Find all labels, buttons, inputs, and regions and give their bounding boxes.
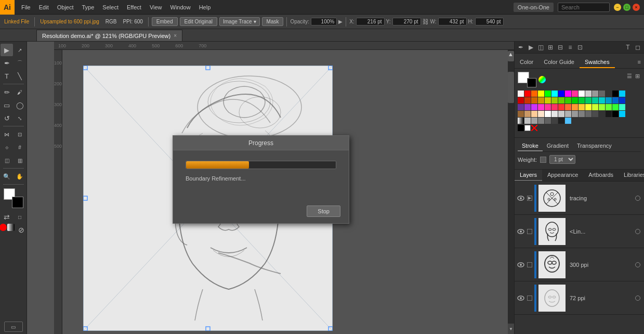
- close-button[interactable]: ×: [633, 4, 640, 11]
- swatch[interactable]: [619, 91, 625, 97]
- menu-select[interactable]: Select: [99, 2, 122, 12]
- zoom-tool[interactable]: 🔍: [1, 170, 13, 183]
- none-swatch[interactable]: [531, 125, 537, 131]
- menu-effect[interactable]: Effect: [123, 2, 145, 12]
- layer-target-2[interactable]: [635, 262, 640, 267]
- direct-selection-tool[interactable]: ↗: [14, 44, 26, 56]
- swatch[interactable]: [612, 104, 619, 110]
- mask-button[interactable]: Mask: [262, 17, 284, 26]
- swatch[interactable]: [599, 91, 605, 97]
- swatch[interactable]: [579, 111, 585, 117]
- scale-tool[interactable]: ⤡: [14, 112, 26, 124]
- swatch[interactable]: [531, 111, 537, 117]
- stop-button[interactable]: Stop: [307, 205, 340, 217]
- color-wheel[interactable]: [538, 76, 546, 83]
- x-input[interactable]: [356, 18, 385, 25]
- swatch[interactable]: [565, 111, 571, 117]
- link-icon[interactable]: ⛓: [423, 18, 429, 25]
- swatch[interactable]: [606, 97, 612, 104]
- layer-item-300ppi[interactable]: 300 ppi: [515, 248, 644, 281]
- blend-icon[interactable]: ⊞: [546, 43, 555, 52]
- layer-expand-1[interactable]: [527, 229, 532, 234]
- rotate-tool[interactable]: ↺: [1, 112, 13, 124]
- w-input[interactable]: [438, 18, 467, 25]
- color-panel-menu[interactable]: ≡: [635, 57, 644, 68]
- gradient-icon[interactable]: ◫: [536, 43, 545, 52]
- swatch[interactable]: [606, 91, 612, 97]
- grid-view-icon[interactable]: ⊞: [634, 72, 641, 87]
- pencil-tool[interactable]: ✏: [1, 86, 13, 98]
- menu-window[interactable]: Window: [167, 2, 194, 12]
- layer-item-72ppi[interactable]: 72 ppi: [515, 281, 644, 315]
- swatch[interactable]: [565, 104, 571, 110]
- eyedropper-tool[interactable]: ⟐: [1, 141, 13, 153]
- appearance-tab[interactable]: Appearance: [542, 170, 583, 181]
- swatch[interactable]: [545, 91, 551, 97]
- swatch[interactable]: [585, 97, 592, 104]
- type-tool[interactable]: T: [1, 70, 13, 82]
- image-trace-dropdown[interactable]: Image Trace ▾: [219, 17, 260, 26]
- pen-icon[interactable]: ✒: [517, 43, 525, 52]
- artboard-tool[interactable]: ▭: [4, 322, 23, 332]
- swatch[interactable]: [585, 104, 592, 110]
- gradient-tool[interactable]: ◫: [1, 154, 13, 166]
- layers-tab[interactable]: Layers: [515, 170, 542, 181]
- swatch[interactable]: [518, 97, 524, 104]
- swatch[interactable]: [572, 91, 578, 97]
- free-transform-tool[interactable]: ⊡: [14, 128, 26, 140]
- swatch[interactable]: [619, 104, 625, 110]
- list-view-icon[interactable]: ☰: [626, 72, 633, 87]
- transparency-tab[interactable]: Transparency: [573, 141, 616, 151]
- swatch[interactable]: [538, 111, 544, 117]
- scrollbar-track[interactable]: [508, 61, 514, 324]
- layers-icon[interactable]: ⊟: [556, 43, 564, 52]
- swatch[interactable]: [565, 97, 571, 104]
- swatch[interactable]: [606, 111, 612, 117]
- swatch[interactable]: [579, 97, 585, 104]
- swatch[interactable]: [579, 104, 585, 110]
- menu-view[interactable]: View: [146, 2, 166, 12]
- scrollbar-down-arrow[interactable]: ▼: [508, 324, 514, 334]
- swatch[interactable]: [619, 111, 625, 117]
- stroke-tab[interactable]: Stroke: [518, 141, 543, 151]
- layer-vis-right-2[interactable]: [634, 262, 642, 267]
- weight-color-box[interactable]: [540, 157, 546, 163]
- swatch[interactable]: [558, 118, 564, 124]
- rect-tool[interactable]: ▭: [1, 99, 13, 111]
- swatch[interactable]: [592, 91, 598, 97]
- swatch[interactable]: [592, 97, 598, 104]
- gradient-button[interactable]: [7, 224, 15, 231]
- gradient-tab[interactable]: Gradient: [543, 141, 573, 151]
- swatch[interactable]: [558, 97, 564, 104]
- menu-object[interactable]: Object: [54, 2, 77, 12]
- edit-original-button[interactable]: Edit Original: [180, 17, 217, 26]
- swatch[interactable]: [524, 118, 531, 124]
- swatch[interactable]: [524, 111, 531, 117]
- swatch[interactable]: [531, 118, 537, 124]
- menu-file[interactable]: File: [18, 2, 34, 12]
- type-icon[interactable]: T: [624, 43, 632, 52]
- bg-color-box[interactable]: [527, 78, 536, 87]
- swatch[interactable]: [545, 104, 551, 110]
- swatch[interactable]: [551, 104, 558, 110]
- minimize-button[interactable]: −: [614, 4, 621, 11]
- swatch[interactable]: [538, 97, 544, 104]
- swatch[interactable]: [524, 104, 531, 110]
- search-input[interactable]: [558, 3, 610, 12]
- swap-colors-button[interactable]: ⇄: [1, 211, 13, 223]
- swatch[interactable]: [518, 91, 524, 97]
- pen-tool[interactable]: ✒: [1, 57, 13, 69]
- warp-tool[interactable]: ⋈: [1, 128, 13, 140]
- menu-edit[interactable]: Edit: [35, 2, 52, 12]
- swatch[interactable]: [606, 104, 612, 110]
- swatch[interactable]: [551, 111, 558, 117]
- swatches-tab[interactable]: Swatches: [580, 57, 615, 68]
- artboards-tab[interactable]: Artboards: [583, 170, 619, 181]
- swatch[interactable]: [599, 97, 605, 104]
- opacity-arrow[interactable]: ▶: [338, 19, 343, 24]
- swatch[interactable]: [558, 91, 564, 97]
- layer-visibility-toggle-0[interactable]: [517, 194, 525, 202]
- swatch[interactable]: [538, 104, 544, 110]
- swatch[interactable]: [619, 97, 625, 104]
- swatch[interactable]: [572, 111, 578, 117]
